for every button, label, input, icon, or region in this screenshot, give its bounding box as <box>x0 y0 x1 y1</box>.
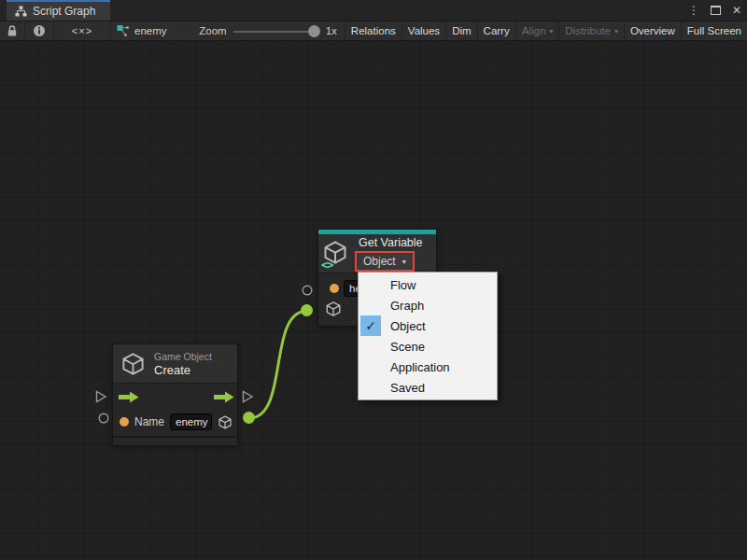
node-header: Game Object Create <box>113 344 237 384</box>
code-view-button[interactable]: <×> <box>54 21 111 40</box>
toolbar-button-7[interactable]: Full Screen <box>682 21 747 40</box>
connection-wire[interactable] <box>249 311 307 418</box>
caret-down-icon: ▾ <box>614 28 618 35</box>
caret-down-icon: ▾ <box>402 259 406 266</box>
node-body: Name enemy <box>113 384 237 436</box>
variable-kind-value: Object <box>363 255 396 268</box>
string-literal-dot-icon <box>330 284 339 293</box>
maximize-icon[interactable] <box>711 6 721 15</box>
menu-item-5[interactable]: ✓ Saved <box>359 377 497 398</box>
code-icon: <×> <box>72 25 92 36</box>
zoom-value: 1x <box>326 25 337 36</box>
menu-item-2[interactable]: ✓ Object <box>359 315 497 336</box>
tab-label: Script Graph <box>33 5 95 18</box>
graph-name: enemy <box>134 25 167 36</box>
node-header: <> Get Variable Object ▾ <box>318 234 436 273</box>
menu-item-label: Graph <box>390 299 424 313</box>
toolbar-button-1[interactable]: Values <box>402 21 446 40</box>
button-label: Carry <box>484 25 510 36</box>
menu-item-3[interactable]: ✓ Scene <box>359 336 497 357</box>
button-label: Values <box>408 25 440 36</box>
toolbar-button-0[interactable]: Relations <box>345 21 402 40</box>
button-label: Relations <box>351 25 396 36</box>
toolbar-button-4[interactable]: Align ▾ <box>516 21 560 40</box>
getvariable-name-input-port[interactable] <box>302 285 313 296</box>
graph-canvas[interactable]: Game Object Create Name enemy <box>0 41 747 560</box>
node-title: Get Variable <box>359 236 423 249</box>
caret-down-icon: ▾ <box>549 28 553 35</box>
variables-brackets-icon: <> <box>321 259 332 272</box>
menu-item-label: Saved <box>390 381 425 395</box>
toolbar-button-3[interactable]: Carry <box>478 21 516 40</box>
create-flow-output-port[interactable] <box>242 390 254 403</box>
flow-row <box>113 384 237 410</box>
getvariable-source-input-port[interactable] <box>301 304 313 316</box>
create-gameobject-node[interactable]: Game Object Create Name enemy <box>112 343 238 446</box>
gameobject-cube-icon <box>218 414 233 430</box>
titlebar: Script Graph ⋮ ✕ <box>0 0 747 21</box>
tab-script-graph[interactable]: Script Graph <box>7 0 110 21</box>
info-button[interactable] <box>25 21 54 40</box>
string-literal-dot-icon <box>120 417 129 427</box>
node-titles: Game Object Create <box>154 351 212 377</box>
graph-icon <box>117 24 130 37</box>
lock-icon <box>7 24 18 37</box>
create-name-input-port[interactable] <box>98 413 109 424</box>
menu-item-0[interactable]: ✓ Flow <box>359 274 497 295</box>
menu-item-4[interactable]: ✓ Application <box>359 357 497 377</box>
zoom-slider[interactable] <box>233 25 319 37</box>
create-gameobject-output-port[interactable] <box>243 412 255 424</box>
button-label: Full Screen <box>687 25 741 36</box>
close-icon[interactable]: ✕ <box>732 0 741 21</box>
node-supertitle: Game Object <box>154 351 212 363</box>
toolbar-button-2[interactable]: Dim <box>446 21 477 40</box>
menu-item-label: Application <box>390 360 450 374</box>
zoom-control: Zoom 1x <box>199 25 337 37</box>
check-icon: ✓ <box>360 315 381 336</box>
flow-arrow-in-icon <box>119 391 139 403</box>
button-label: Distribute <box>565 25 611 36</box>
hierarchy-icon <box>15 6 27 17</box>
cube-icon <box>120 351 146 377</box>
variable-kind-menu: ✓ Flow ✓ Graph ✓ Object ✓ Scene ✓ Applic… <box>358 272 498 400</box>
flow-arrow-out-icon <box>214 391 234 403</box>
button-label: Align <box>522 25 546 36</box>
name-input[interactable]: enemy <box>170 413 212 430</box>
zoom-slider-track <box>233 31 319 33</box>
create-flow-input-port[interactable] <box>95 390 107 403</box>
more-menu-icon[interactable]: ⋮ <box>688 0 699 21</box>
menu-item-label: Scene <box>390 340 425 354</box>
graph-toolbar: <×> enemy Zoom 1x Relatio <box>0 21 747 41</box>
button-label: Overview <box>630 25 675 36</box>
variable-cube-icon: <> <box>322 239 350 269</box>
menu-item-label: Object <box>390 319 426 333</box>
node-title: Create <box>154 363 212 377</box>
info-icon <box>33 24 46 37</box>
zoom-label: Zoom <box>199 25 226 36</box>
window-controls: ⋮ ✕ <box>688 0 741 21</box>
menu-item-1[interactable]: ✓ Graph <box>359 295 497 315</box>
zoom-slider-handle[interactable] <box>308 25 320 37</box>
script-graph-window: Script Graph ⋮ ✕ <×> <box>0 0 747 560</box>
graph-breadcrumb[interactable]: enemy <box>117 24 167 37</box>
toolbar-button-6[interactable]: Overview <box>625 21 682 40</box>
gameobject-cube-icon <box>325 301 342 317</box>
menu-item-label: Flow <box>390 278 416 292</box>
lock-button[interactable] <box>0 21 25 40</box>
name-row: Name enemy <box>113 410 237 436</box>
name-label: Name <box>134 415 164 428</box>
toolbar-button-5[interactable]: Distribute ▾ <box>559 21 625 40</box>
variable-kind-dropdown[interactable]: Object ▾ <box>355 251 415 272</box>
node-titles: Get Variable Object ▾ <box>355 236 423 272</box>
button-label: Dim <box>452 25 471 36</box>
toolbar-middle: enemy Zoom 1x <box>111 21 345 40</box>
node-footer <box>113 436 237 445</box>
